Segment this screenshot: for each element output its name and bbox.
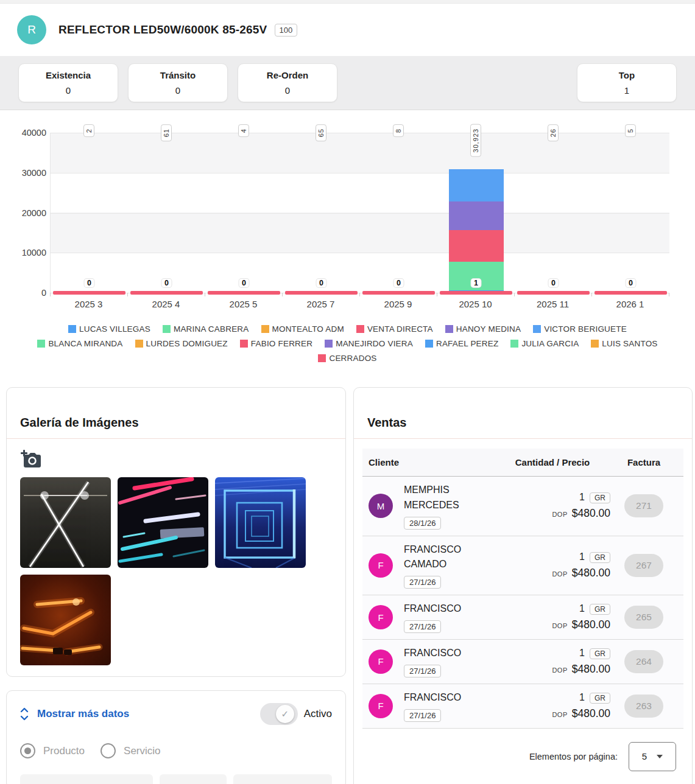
bar-segment-hanoy-medina [449, 201, 504, 229]
stat-card-transito[interactable]: Tránsito 0 [128, 63, 228, 102]
bar-count-label: 0 [161, 279, 172, 287]
show-more-data-label: Mostrar más datos [37, 708, 129, 720]
currency-code: DOP [552, 711, 567, 718]
legend-label: LUCAS VILLEGAS [79, 324, 150, 334]
ventas-table-row[interactable]: F FRANCISCO CAMADO 27/1/26 1GR DOP$480.0… [362, 536, 683, 596]
legend-item-lucas-villegas[interactable]: LUCAS VILLEGAS [68, 324, 150, 334]
ventas-table-row[interactable]: F FRANCISCO 27/1/26 1GR DOP$480.00 265 [362, 595, 683, 640]
legend-label: MARINA CABRERA [174, 324, 249, 334]
gallery-image-3[interactable] [215, 477, 306, 568]
gridline [51, 213, 669, 214]
date-chip: 27/1/26 [404, 576, 441, 589]
form-field-stub[interactable] [160, 774, 227, 784]
cliente-cell: F FRANCISCO 27/1/26 [369, 601, 495, 633]
factura-cell: 267 [610, 554, 677, 577]
client-avatar: F [369, 605, 393, 629]
rotated-total-label: 26 [548, 124, 559, 144]
stat-card-reorden[interactable]: Re-Orden 0 [238, 63, 337, 102]
quantity-value: 1 [579, 692, 585, 702]
baseline-strip-cerrados [130, 291, 203, 295]
legend-item-marina-cabrera[interactable]: MARINA CABRERA [163, 324, 249, 334]
add-photo-button[interactable] [20, 450, 42, 471]
legend-item-hanoy-medina[interactable]: HANOY MEDINA [445, 324, 521, 334]
active-toggle[interactable]: ✓ [260, 703, 298, 725]
radio-label: Servicio [124, 745, 160, 757]
bar-segment-venta-directa [449, 230, 504, 262]
product-code-badge: 100 [275, 24, 298, 37]
legend-item-manejirdo-viera[interactable]: MANEJIRDO VIERA [325, 339, 413, 348]
legend-swatch [325, 340, 333, 348]
legend-item-montealto-adm[interactable]: MONTEALTO ADM [261, 324, 344, 334]
x-axis-label: 2025 9 [384, 299, 412, 309]
price-value: $480.00 [572, 663, 610, 675]
legend-item-fabio-ferrer[interactable]: FABIO FERRER [240, 339, 312, 348]
x-axis-label: 2025 10 [459, 299, 492, 309]
chart-legend: LUCAS VILLEGASMARINA CABRERAMONTEALTO AD… [0, 324, 695, 363]
baseline-strip-cerrados [285, 291, 358, 295]
ventas-table-row[interactable]: M MEMPHIS MERCEDES 28/1/26 1GR DOP$480.0… [362, 477, 683, 536]
currency-code: DOP [552, 511, 567, 518]
date-chip: 27/1/26 [404, 665, 441, 677]
legend-item-luis-santos[interactable]: LUIS SANTOS [591, 339, 657, 348]
stat-value: 1 [577, 85, 676, 96]
legend-item-julia-garcia[interactable]: JULIA GARCIA [510, 339, 579, 348]
form-field-stub[interactable] [233, 774, 332, 784]
x-axis-tick [669, 293, 669, 296]
next-page-button[interactable]: ❯ [655, 781, 672, 784]
stat-card-top[interactable]: Top 1 [577, 63, 677, 102]
stacked-bar[interactable] [449, 169, 504, 293]
radio-servicio[interactable]: Servicio [101, 743, 160, 758]
show-more-data-expander[interactable]: Mostrar más datos [20, 707, 129, 721]
legend-label: HANOY MEDINA [456, 324, 521, 334]
client-avatar: F [369, 694, 393, 718]
invoice-pill[interactable]: 264 [624, 650, 663, 673]
ventas-table-row[interactable]: F FRANCISCO 27/1/26 1GR DOP$480.00 263 [362, 684, 683, 729]
invoice-pill[interactable]: 265 [624, 606, 663, 629]
quantity-value: 1 [579, 603, 585, 614]
legend-item-victor-beriguete[interactable]: VICTOR BERIGUETE [533, 324, 627, 334]
factura-cell: 264 [610, 650, 677, 673]
quantity-value: 1 [579, 648, 585, 658]
stat-value: 0 [238, 85, 337, 96]
invoice-pill[interactable]: 267 [624, 554, 663, 577]
form-field-stub[interactable] [20, 774, 153, 784]
page-size-select[interactable]: 5 [629, 742, 676, 771]
cantidad-precio-cell: 1GR DOP$480.00 [495, 603, 610, 631]
ventas-title: Ventas [354, 388, 692, 438]
baseline-strip-cerrados [362, 291, 435, 295]
bar-count-label: 0 [316, 279, 326, 287]
gallery-image-2[interactable] [118, 477, 208, 568]
gallery-image-4[interactable] [20, 575, 111, 665]
left-column: Galería de Imágenes [6, 387, 346, 784]
rotated-total-value: 65 [316, 124, 326, 141]
factura-cell: 265 [610, 606, 677, 629]
radio-producto[interactable]: Producto [20, 743, 85, 758]
ventas-table-row[interactable]: F FRANCISCO 27/1/26 1GR DOP$480.00 264 [362, 640, 683, 684]
items-per-page-label: Elementos por página: [529, 752, 618, 761]
unit-chip: GR [590, 648, 610, 659]
stat-label: Existencia [19, 70, 118, 80]
product-dashboard-page: R REFLECTOR LED50W/6000K 85-265V 100 Exi… [0, 0, 695, 784]
x-axis-label: 2025 11 [537, 299, 569, 309]
x-axis-tick [514, 293, 515, 296]
quantity-value: 1 [579, 551, 585, 562]
legend-item-cerrados[interactable]: CERRADOS [318, 354, 376, 363]
cliente-cell: F FRANCISCO 27/1/26 [369, 690, 495, 722]
legend-item-blanca-miranda[interactable]: BLANCA MIRANDA [37, 339, 122, 348]
invoice-pill[interactable]: 271 [624, 494, 663, 517]
sales-stacked-bar-chart: 00000100 01000020000300004000022025 3612… [0, 119, 695, 363]
gallery-image-1[interactable] [20, 477, 111, 568]
currency-code: DOP [552, 622, 567, 629]
legend-item-venta-directa[interactable]: VENTA DIRECTA [356, 324, 433, 334]
x-axis-tick [127, 293, 128, 296]
legend-label: RAFAEL PEREZ [436, 339, 498, 348]
legend-item-rafael-perez[interactable]: RAFAEL PEREZ [425, 339, 498, 348]
stat-card-existencia[interactable]: Existencia 0 [18, 63, 118, 102]
legend-item-lurdes-domiguez[interactable]: LURDES DOMIGUEZ [135, 339, 228, 348]
rotated-total-label: 5 [625, 124, 636, 139]
page-nav-row: 1 – 5 de 99 ❮ ❯ [530, 781, 676, 784]
currency-code: DOP [552, 570, 567, 578]
invoice-pill[interactable]: 263 [624, 695, 663, 718]
legend-label: JULIA GARCIA [521, 339, 579, 348]
prev-page-button[interactable]: ❮ [610, 781, 627, 784]
